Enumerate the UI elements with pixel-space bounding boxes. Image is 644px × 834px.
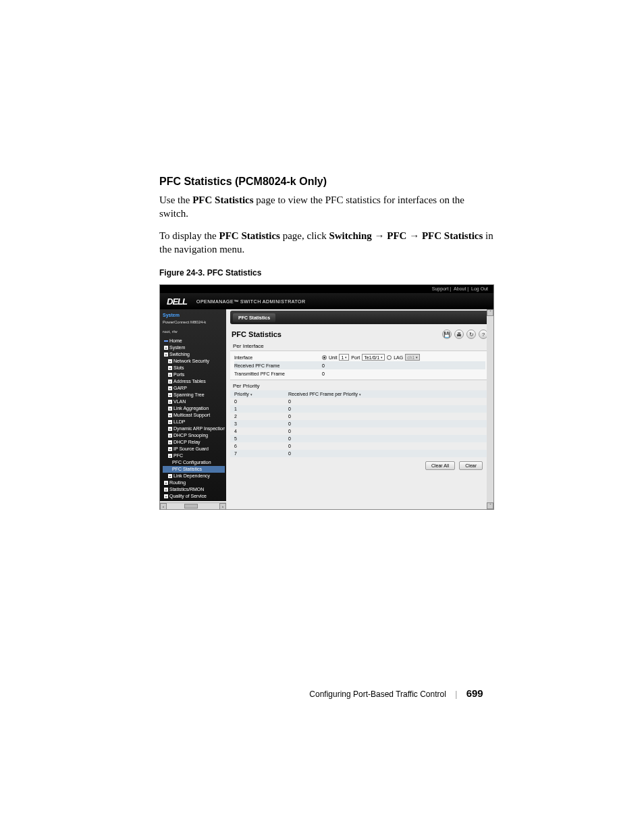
brand-bar: DELL OPENMANAGE™ SWITCH ADMINISTRATOR — [160, 293, 493, 309]
arrow: → — [406, 230, 422, 241]
refresh-icon[interactable]: ↻ — [466, 330, 476, 339]
navigation-tree[interactable]: System PowerConnect M8024-k root, r/w Ho… — [160, 309, 226, 501]
sidebar-item[interactable]: +DHCP Snooping — [163, 432, 225, 439]
sidebar-item[interactable]: +Ports — [163, 371, 225, 378]
sidebar-item[interactable]: +LLDP — [163, 419, 225, 425]
save-icon[interactable]: 💾 — [442, 330, 452, 339]
sidebar-item-label: Slots — [173, 365, 184, 370]
expand-icon[interactable]: + — [168, 434, 172, 438]
sidebar-item[interactable]: PFC Statistics — [163, 466, 225, 473]
sidebar-item[interactable]: +Statistics/RMON — [163, 486, 225, 493]
expand-icon[interactable]: + — [168, 440, 172, 444]
cell-priority: 2 — [234, 414, 288, 419]
expand-icon[interactable]: + — [164, 481, 168, 485]
expand-icon[interactable]: + — [168, 407, 172, 411]
cell-received: 0 — [288, 421, 485, 426]
unit-radio[interactable] — [322, 355, 327, 360]
text-bold: PFC Statistics — [219, 230, 280, 241]
tab-pfc-statistics[interactable]: PFC Statistics — [233, 313, 275, 322]
scroll-thumb[interactable] — [184, 504, 198, 509]
expand-icon[interactable]: + — [168, 474, 172, 478]
sidebar-item[interactable]: +DHCP Relay — [163, 439, 225, 446]
sidebar-item[interactable]: +VLAN — [163, 398, 225, 405]
port-select[interactable]: Te1/0/1▾ — [362, 354, 385, 361]
scroll-left-icon[interactable]: ‹ — [160, 503, 167, 510]
text-bold: PFC Statistics — [422, 230, 483, 241]
sidebar-item[interactable]: +Address Tables — [163, 378, 225, 385]
sidebar-item[interactable]: +PFC — [163, 452, 225, 459]
expand-icon[interactable]: + — [168, 366, 172, 370]
sidebar-item[interactable]: +Network Security — [163, 358, 225, 365]
product-name: OPENMANAGE™ SWITCH ADMINISTRATOR — [196, 299, 306, 304]
sort-icon[interactable]: ▾ — [359, 392, 361, 396]
expand-icon[interactable]: + — [168, 454, 172, 458]
scroll-down-icon[interactable]: ˅ — [487, 502, 493, 509]
sidebar-item-label: IP Source Guard — [173, 446, 209, 451]
priority-table-header: Priority ▾ Received PFC Frame per Priori… — [230, 390, 489, 398]
horizontal-scrollbar[interactable]: ‹ › — [160, 502, 226, 509]
sidebar-item-label: LLDP — [173, 419, 186, 424]
sidebar-item[interactable]: PFC Configuration — [163, 459, 225, 466]
sidebar-item[interactable]: +GARP — [163, 385, 225, 392]
expand-icon[interactable]: + — [168, 380, 172, 384]
scroll-right-icon[interactable]: › — [219, 503, 226, 510]
sidebar-user: root, r/w — [163, 328, 225, 335]
sidebar-item[interactable]: +Routing — [163, 479, 225, 486]
vertical-scrollbar[interactable]: ˄ ˅ — [487, 309, 493, 509]
scroll-up-icon[interactable]: ˄ — [487, 309, 493, 316]
sidebar-item[interactable]: +Link Aggregation — [163, 405, 225, 412]
clear-button[interactable]: Clear — [459, 461, 483, 470]
sidebar-item-label: Network Security — [173, 359, 209, 363]
sort-icon[interactable]: ▾ — [250, 392, 252, 396]
cell-priority: 7 — [234, 451, 288, 456]
chevron-down-icon: ▾ — [345, 355, 347, 359]
about-link[interactable]: About — [454, 286, 466, 291]
lag-radio[interactable] — [387, 355, 392, 360]
sidebar-item-label: IPv4 Multicast — [169, 500, 199, 501]
sidebar-item[interactable]: +Slots — [163, 365, 225, 371]
clear-all-button[interactable]: Clear All — [425, 461, 455, 470]
sidebar-item[interactable]: +System — [163, 344, 225, 351]
expand-icon[interactable]: + — [168, 386, 172, 390]
screenshot: Support | About | Log Out DELL OPENMANAG… — [159, 284, 494, 510]
sidebar-item[interactable]: +Quality of Service — [163, 493, 225, 500]
expand-icon[interactable]: + — [168, 400, 172, 404]
arrow: → — [372, 230, 387, 241]
table-row: 60 — [230, 442, 489, 450]
sidebar-item[interactable]: +Spanning Tree — [163, 392, 225, 398]
support-link[interactable]: Support — [432, 286, 449, 291]
cell-priority: 3 — [234, 421, 288, 426]
expand-icon[interactable]: + — [168, 447, 172, 451]
expand-icon[interactable]: + — [164, 488, 168, 492]
sidebar-item[interactable]: +Dynamic ARP Inspection — [163, 425, 225, 432]
paragraph-1: Use the PFC Statistics page to view the … — [159, 193, 494, 221]
cell-received: 0 — [288, 407, 485, 411]
expand-icon[interactable]: + — [168, 427, 172, 431]
expand-icon[interactable]: + — [168, 359, 172, 363]
sidebar-item[interactable]: +Link Dependency — [163, 473, 225, 479]
interface-label: Interface — [234, 355, 322, 360]
expand-icon[interactable]: + — [168, 393, 172, 397]
expand-icon[interactable]: + — [168, 413, 172, 417]
sidebar-item[interactable]: +IPv4 Multicast — [163, 500, 225, 501]
expand-icon[interactable]: + — [168, 420, 172, 424]
sidebar-item[interactable]: +IP Source Guard — [163, 446, 225, 452]
sidebar-item-label: Switching — [169, 352, 190, 357]
expand-icon[interactable]: + — [168, 373, 172, 377]
print-icon[interactable]: 🖶 — [454, 330, 464, 339]
text: To display the — [159, 230, 219, 241]
expand-icon[interactable]: + — [164, 346, 168, 350]
expand-icon[interactable]: + — [164, 353, 168, 357]
sidebar-item[interactable]: +Switching — [163, 351, 225, 358]
logout-link[interactable]: Log Out — [471, 286, 488, 291]
col-priority[interactable]: Priority — [234, 392, 249, 396]
home-icon — [164, 340, 168, 342]
sidebar-item-label: PFC Statistics — [172, 467, 202, 471]
unit-select[interactable]: 1▾ — [339, 354, 349, 361]
sidebar-item[interactable]: +Multicast Support — [163, 412, 225, 419]
col-received[interactable]: Received PFC Frame per Priority — [288, 392, 358, 396]
expand-icon[interactable]: + — [164, 494, 168, 498]
sidebar-item-label: Ports — [173, 372, 184, 377]
table-row: 00 — [230, 398, 489, 405]
sidebar-item[interactable]: Home — [163, 338, 225, 344]
